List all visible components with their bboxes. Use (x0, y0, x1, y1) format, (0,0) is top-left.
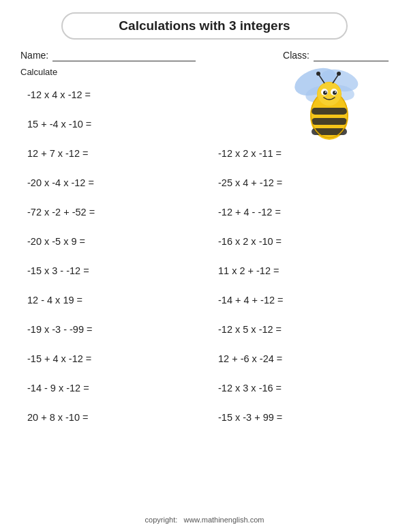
left-problem-7: 12 - 4 x 19 = (20, 285, 204, 314)
bee-svg (278, 61, 380, 143)
svg-point-14 (333, 91, 337, 95)
left-problem-8: -19 x -3 - -99 = (20, 314, 204, 344)
left-problem-5: -20 x -5 x 9 = (20, 226, 204, 256)
worksheet-page: Calculations with 3 integers Name: Class… (0, 0, 409, 532)
left-problem-6: -15 x 3 - -12 = (20, 256, 204, 285)
left-problem-3: -20 x -4 x -12 = (20, 168, 204, 197)
right-problem-11: -15 x -3 + 99 = (204, 402, 389, 432)
right-problem-7: -14 + 4 + -12 = (204, 285, 389, 314)
left-problem-10: -14 - 9 x -12 = (20, 373, 204, 402)
svg-point-16 (335, 91, 336, 93)
name-underline[interactable] (52, 49, 196, 61)
name-label: Name: (20, 50, 48, 61)
svg-point-18 (316, 72, 320, 76)
left-problem-11: 20 + 8 x -10 = (20, 402, 204, 432)
class-field: Class: (283, 49, 389, 61)
right-problem-6: 11 x 2 + -12 = (204, 256, 389, 285)
right-problem-9: 12 + -6 x -24 = (204, 344, 389, 373)
left-problem-2: 12 + 7 x -12 = (20, 138, 204, 168)
right-problem-8: -12 x 5 x -12 = (204, 314, 389, 344)
left-problem-9: -15 + 4 x -12 = (20, 344, 204, 373)
left-problem-4: -72 x -2 + -52 = (20, 197, 204, 226)
worksheet-title: Calculations with 3 integers (61, 12, 348, 40)
bee-illustration (278, 61, 387, 150)
name-field: Name: (20, 49, 196, 61)
svg-rect-5 (312, 108, 347, 115)
svg-rect-6 (312, 118, 347, 125)
website-label: www.mathinenglish.com (183, 516, 264, 524)
right-problem-10: -12 x 3 x -16 = (204, 373, 389, 402)
svg-point-20 (337, 72, 341, 76)
right-problem-3: -25 x 4 + -12 = (204, 168, 389, 197)
right-problem-4: -12 + 4 - -12 = (204, 197, 389, 226)
left-problem-0: -12 x 4 x -12 = (20, 80, 204, 109)
svg-point-13 (323, 91, 327, 95)
right-problem-5: -16 x 2 x -10 = (204, 226, 389, 256)
class-underline[interactable] (314, 49, 389, 61)
name-class-row: Name: Class: (20, 49, 389, 61)
svg-point-15 (325, 91, 327, 93)
left-problem-1: 15 + -4 x -10 = (20, 109, 204, 138)
copyright-label: copyright: (145, 516, 178, 524)
svg-point-10 (318, 83, 341, 106)
footer: copyright: www.mathinenglish.com (0, 516, 409, 524)
class-label: Class: (283, 50, 309, 61)
left-column: -12 x 4 x -12 =15 + -4 x -10 =12 + 7 x -… (20, 80, 204, 432)
